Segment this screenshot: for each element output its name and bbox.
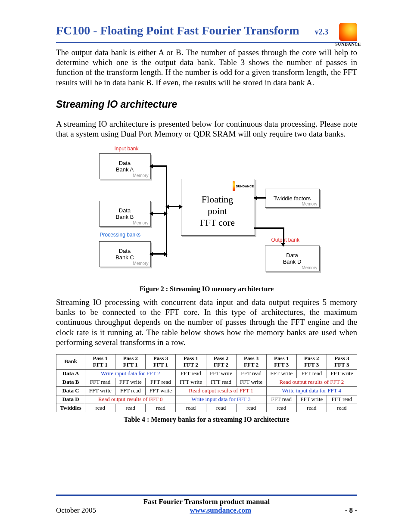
cell-read-fft2: Read output results of FFT 2 — [266, 378, 357, 386]
core-title: Floating point FFT core — [187, 194, 248, 228]
box-data-bank-d: Data Bank D Memory — [265, 246, 320, 271]
col-bank: Bank — [56, 354, 85, 369]
cell: FFT write — [176, 378, 206, 386]
paragraph-streaming-intro: A streaming IO architecture is presented… — [56, 119, 357, 139]
cell: FFT read — [266, 395, 296, 404]
memory-label: Memory — [133, 173, 148, 178]
cell: read — [85, 404, 115, 412]
arrow-core-twiddle — [254, 197, 266, 199]
bank-a-text: Data Bank A — [116, 160, 134, 173]
col-p1f1: Pass 1 FFT 1 — [85, 354, 115, 369]
arrow-bank-c — [150, 253, 167, 255]
doc-title: FC100 - Floating Point Fast Fourier Tran… — [56, 24, 357, 37]
cell: read — [206, 404, 236, 412]
table-row: Data C FFT write FFT read FFT write Read… — [56, 386, 357, 395]
label-input-bank: Input bank — [115, 146, 139, 152]
arrow-trunk-core — [166, 206, 182, 207]
memory-label: Memory — [302, 265, 317, 270]
cell: FFT read — [206, 378, 236, 386]
arrowhead-down-icon — [281, 243, 285, 246]
memory-label: Memory — [133, 221, 148, 225]
footer-rule — [56, 495, 357, 496]
cell: FFT write — [115, 378, 146, 386]
cell-read-fft1: Read output results of FFT 1 — [176, 386, 266, 395]
table-header-row: Bank Pass 1 FFT 1 Pass 2 FFT 1 Pass 3 FF… — [56, 354, 357, 369]
section-heading-streaming-io: Streaming IO architecture — [56, 99, 357, 110]
cell: FFT write — [296, 395, 327, 404]
cell: FFT read — [236, 369, 266, 378]
col-p3f2: Pass 3 FFT 2 — [236, 354, 266, 369]
table-memory-banks: Bank Pass 1 FFT 1 Pass 2 FFT 1 Pass 3 FF… — [56, 354, 357, 413]
bank-c-text: Data Bank C — [115, 248, 134, 261]
doc-version: v2.3 — [315, 28, 329, 37]
box-data-bank-c: Data Bank C Memory — [99, 241, 151, 267]
core-line2: point — [208, 205, 227, 216]
bank-d-text: Data Bank D — [283, 252, 302, 265]
row-label: Twiddles — [56, 404, 85, 412]
bank-b-text: Data Bank B — [116, 207, 134, 220]
label-processing-banks: Processing banks — [100, 232, 141, 238]
footer-page-number: - 8 - — [345, 506, 357, 515]
table-row: Data A Write input data for FFT 2 FFT re… — [56, 369, 357, 378]
cell: FFT write — [327, 369, 357, 378]
figure2-caption: Figure 2 : Streaming IO memory architect… — [56, 285, 357, 293]
cell: FFT write — [85, 386, 115, 395]
table-row: Twiddles read read read read read read r… — [56, 404, 357, 412]
cell: FFT read — [176, 369, 206, 378]
row-label: Data D — [56, 395, 85, 404]
arrow-bank-a — [150, 165, 167, 167]
row-label: Data A — [56, 369, 85, 378]
table4-caption: Table 4 : Memory banks for a streaming I… — [56, 416, 357, 423]
cell: read — [146, 404, 176, 412]
core-line3: FFT core — [200, 217, 235, 228]
col-p3f1: Pass 3 FFT 1 — [146, 354, 176, 369]
box-twiddle-factors: Twiddle factors Memory — [265, 189, 320, 208]
cell: read — [176, 404, 206, 412]
cell: FFT read — [327, 395, 357, 404]
table-row: Data D Read output results of FFT 0 Writ… — [56, 395, 357, 404]
paragraph-output-bank: The output data bank is either A or B. T… — [56, 47, 357, 87]
sun-icon — [233, 181, 235, 191]
sun-icon — [339, 23, 357, 41]
col-p2f1: Pass 2 FFT 1 — [115, 354, 146, 369]
label-output-bank: Output bank — [271, 237, 299, 243]
cell-write-fft2: Write input data for FFT 2 — [85, 369, 176, 378]
cell: FFT read — [146, 378, 176, 386]
col-p2f2: Pass 2 FFT 2 — [206, 354, 236, 369]
core-brand-text: SUNDANCE — [236, 185, 254, 188]
core-brand-logo: SUNDANCE — [233, 180, 254, 192]
row-label: Data B — [56, 378, 85, 386]
col-p2f3: Pass 2 FFT 3 — [296, 354, 327, 369]
cell-write-fft3: Write input data for FFT 3 — [176, 395, 266, 404]
brand-name: SUNDANCE — [335, 42, 361, 47]
brand-logo: SUNDANCE — [331, 23, 365, 47]
cell: read — [236, 404, 266, 412]
cell-read-fft0: Read output results of FFT 0 — [85, 395, 176, 404]
figure-streaming-io-architecture: Input bank Processing banks Output bank … — [95, 146, 319, 279]
connector-core-d-h — [254, 227, 284, 229]
cell: FFT write — [206, 369, 236, 378]
col-p3f3: Pass 3 FFT 3 — [327, 354, 357, 369]
paragraph-streaming-detail: Streaming IO processing with concurrent … — [56, 297, 357, 347]
cell: FFT write — [146, 386, 176, 395]
footer-date: October 2005 — [56, 506, 96, 515]
memory-label: Memory — [133, 261, 148, 266]
table-row: Data B FFT read FFT write FFT read FFT w… — [56, 378, 357, 386]
cell: FFT read — [296, 369, 327, 378]
col-p1f2: Pass 1 FFT 2 — [176, 354, 206, 369]
page-header: FC100 - Floating Point Fast Fourier Tran… — [56, 24, 357, 43]
cell: FFT write — [266, 369, 296, 378]
doc-title-text: FC100 - Floating Point Fast Fourier Tran… — [56, 24, 299, 37]
footer-manual-title: Fast Fourier Transform product manual — [56, 498, 357, 506]
col-p1f3: Pass 1 FFT 3 — [266, 354, 296, 369]
cell: read — [327, 404, 357, 412]
box-data-bank-a: Data Bank A Memory — [99, 153, 151, 179]
cell: FFT write — [236, 378, 266, 386]
core-line1: Floating — [202, 194, 233, 205]
cell: read — [115, 404, 146, 412]
page-footer: Fast Fourier Transform product manual Oc… — [56, 495, 357, 515]
footer-link[interactable]: www.sundance.com — [190, 506, 252, 515]
cell-write-fft4: Write input data for FFT 4 — [266, 386, 357, 395]
memory-label: Memory — [302, 202, 317, 206]
row-label: Data C — [56, 386, 85, 395]
